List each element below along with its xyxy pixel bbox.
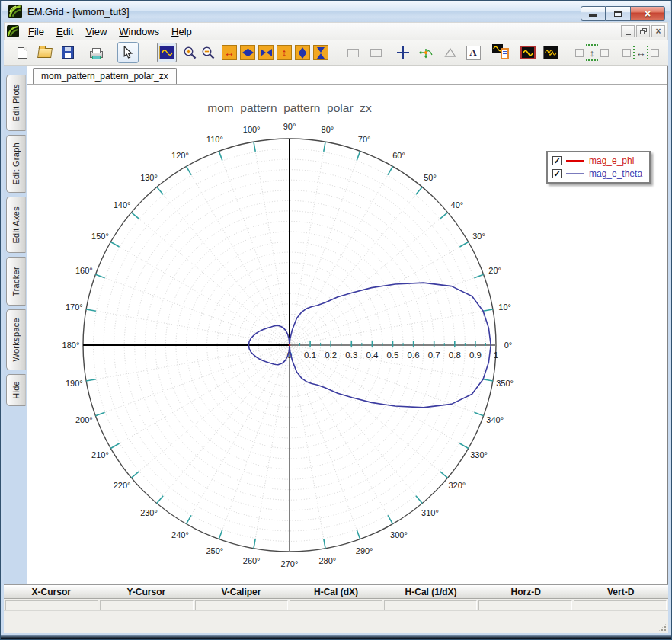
polar-plot-canvas[interactable]: 00.10.20.30.40.50.60.70.80.910°10°20°30°… xyxy=(27,84,667,584)
print-button[interactable] xyxy=(87,43,105,62)
resize-grip[interactable] xyxy=(658,622,667,632)
radial-tick-label: 1 xyxy=(494,350,498,360)
fit-width-button[interactable]: ↔ xyxy=(633,46,648,59)
open-button[interactable] xyxy=(36,43,54,62)
sidebar-tab-tracker[interactable]: Tracker xyxy=(6,257,26,306)
title-bar[interactable]: EM.Grid - [wmom_tut3] × xyxy=(2,1,670,22)
status-bar xyxy=(4,610,668,633)
tracker-button[interactable] xyxy=(417,43,435,62)
rect-icon xyxy=(370,49,382,57)
zoom-in-icon xyxy=(183,46,197,60)
angle-tick-label: 340° xyxy=(486,415,504,424)
menu-item-edit[interactable]: Edit xyxy=(50,24,79,40)
legend-checkbox-mag_e_theta[interactable]: ✓ xyxy=(552,169,562,178)
angle-tick-label: 180° xyxy=(62,341,80,350)
highlighted-plot-icon xyxy=(520,46,536,59)
copy-plot-data-button[interactable] xyxy=(491,43,513,62)
angle-tick-label: 90° xyxy=(283,122,296,131)
expand-horizontal-button[interactable]: ↔ xyxy=(220,43,238,62)
radial-tick-label: 0.1 xyxy=(304,350,316,360)
multi-plot-icon xyxy=(543,46,558,59)
window-title: EM.Grid - [wmom_tut3] xyxy=(27,6,130,18)
angle-tick-label: 100° xyxy=(243,125,261,134)
copy-plot-data-icon xyxy=(492,44,512,61)
zoom-out-button[interactable] xyxy=(199,43,217,62)
fit-height-right-toggle[interactable] xyxy=(600,49,609,57)
app-window: EM.Grid - [wmom_tut3] × FileEditViewWind… xyxy=(0,0,672,640)
save-button[interactable] xyxy=(59,43,77,62)
arrows-out-vertical-icon xyxy=(295,45,310,60)
angle-tick-label: 60° xyxy=(392,151,405,160)
compress-vertical-button[interactable] xyxy=(312,43,330,62)
maximize-icon xyxy=(614,11,622,17)
mdi-close-button[interactable]: × xyxy=(651,25,665,37)
plot-tool-button[interactable] xyxy=(157,43,177,62)
print-icon xyxy=(90,48,102,58)
sidebar-tab-workspace[interactable]: Workspace xyxy=(6,309,26,370)
maximize-button[interactable] xyxy=(606,6,631,21)
angle-tick-label: 200° xyxy=(75,415,93,424)
mdi-restore-button[interactable] xyxy=(636,25,650,37)
radial-tick-label: 0.3 xyxy=(345,350,357,360)
fit-height-button[interactable]: ↕ xyxy=(586,44,598,61)
minimize-icon xyxy=(589,14,597,17)
document-tab[interactable]: mom_pattern_pattern_polar_zx xyxy=(33,68,177,84)
radial-tick-label: 0.2 xyxy=(325,350,337,360)
triangle-button[interactable] xyxy=(441,43,459,62)
menu-item-windows[interactable]: Windows xyxy=(113,24,165,40)
sidebar-tab-hide[interactable]: Hide xyxy=(6,374,26,406)
stretch-vertical-out-button[interactable] xyxy=(293,43,312,62)
plot-red-frame-button[interactable] xyxy=(519,43,537,62)
new-document-button[interactable] xyxy=(13,43,31,62)
angle-tick-label: 0° xyxy=(504,341,513,350)
menu-bar: FileEditViewWindowsHelp × xyxy=(4,22,668,40)
angle-tick-label: 290° xyxy=(356,546,373,555)
menu-item-file[interactable]: File xyxy=(22,24,50,40)
arrows-out-horizontal-icon xyxy=(240,45,255,60)
mdi-restore-icon xyxy=(640,28,647,34)
fit-width-left-toggle[interactable] xyxy=(622,49,631,57)
multi-plot-button[interactable] xyxy=(542,43,560,62)
crosshair-button[interactable] xyxy=(394,43,412,62)
zoom-in-button[interactable] xyxy=(181,43,199,62)
partial-rect-icon xyxy=(347,49,359,57)
close-button[interactable]: × xyxy=(631,6,665,21)
sidebar-tab-edit-axes[interactable]: Edit Axes xyxy=(6,197,26,253)
text-label-icon: A xyxy=(466,46,481,60)
plot-curve-icon xyxy=(159,46,174,59)
mdi-minimize-icon xyxy=(626,34,631,35)
menu-item-view[interactable]: View xyxy=(79,24,113,40)
sidebar-tab-edit-graph[interactable]: Edit Graph xyxy=(6,135,26,193)
expand-vertical-button[interactable]: ↕ xyxy=(275,43,293,62)
pointer-tool-button[interactable] xyxy=(117,42,139,63)
stretch-horizontal-out-button[interactable] xyxy=(238,43,257,62)
sidebar-tab-edit-plots[interactable]: Edit Plots xyxy=(6,75,26,131)
menu-item-help[interactable]: Help xyxy=(165,24,198,40)
angle-tick-label: 140° xyxy=(114,200,131,210)
compress-horizontal-button[interactable] xyxy=(257,43,275,62)
legend-checkbox-mag_e_phi[interactable]: ✓ xyxy=(552,156,562,165)
rect-button[interactable] xyxy=(366,43,385,62)
readout-value-cell xyxy=(290,600,382,611)
readout-value-cell xyxy=(5,600,98,611)
document-tab-bar: mom_pattern_pattern_polar_zx xyxy=(27,66,667,84)
fit-height-left-toggle[interactable] xyxy=(575,49,584,57)
main-area: Edit PlotsEdit GraphEdit AxesTrackerWork… xyxy=(4,66,668,584)
expand-horizontal-icon: ↔ xyxy=(222,45,237,60)
sidebar-tab-label: Edit Plots xyxy=(11,84,21,121)
legend-entry-mag_e_theta: ✓mag_e_theta xyxy=(552,168,642,179)
fit-width-right-toggle[interactable] xyxy=(651,49,659,57)
angle-tick-label: 350° xyxy=(496,379,514,388)
radial-tick-label: 0.4 xyxy=(366,350,379,360)
angle-tick-label: 170° xyxy=(66,302,83,312)
close-icon: × xyxy=(645,8,651,19)
partial-rect-button[interactable] xyxy=(344,43,362,62)
minimize-button[interactable] xyxy=(581,6,606,21)
angle-tick-label: 110° xyxy=(206,135,223,144)
tracker-crosshair-icon xyxy=(419,46,434,60)
text-label-button[interactable]: A xyxy=(464,43,482,62)
mdi-minimize-button[interactable] xyxy=(621,25,635,37)
mdi-close-icon: × xyxy=(655,27,661,36)
zoom-out-icon xyxy=(201,46,216,60)
angle-tick-label: 330° xyxy=(470,450,488,459)
